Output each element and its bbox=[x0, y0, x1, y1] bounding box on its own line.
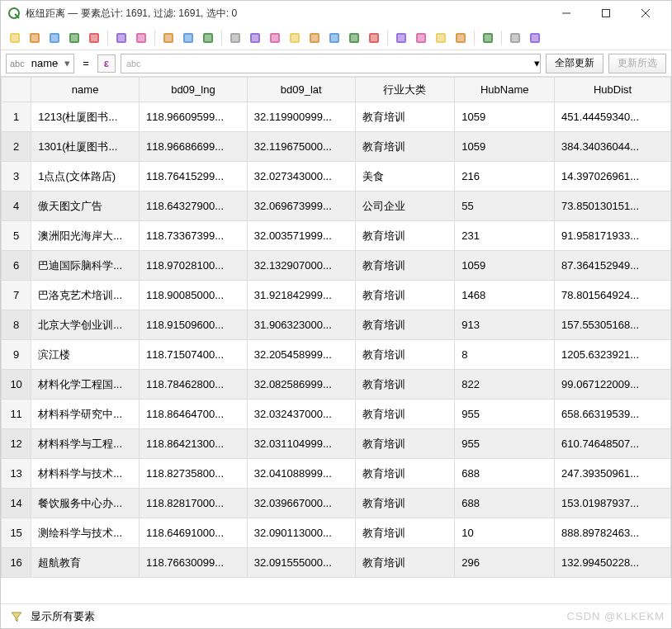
cell-hubname[interactable]: 1059 bbox=[455, 251, 555, 281]
cell-hubdist[interactable]: 99.067122009... bbox=[555, 370, 671, 400]
minimize-button[interactable] bbox=[547, 2, 585, 25]
organize-columns-icon[interactable] bbox=[432, 29, 450, 47]
delete-field-icon[interactable] bbox=[412, 29, 430, 47]
cell-name[interactable]: 傲天图文广告 bbox=[31, 192, 140, 221]
cell-lat[interactable]: 32.032437000... bbox=[247, 400, 355, 429]
cell-name[interactable]: 超航教育 bbox=[31, 548, 140, 578]
table-row[interactable]: 9 滨江楼 118.71507400... 32.205458999... 教育… bbox=[2, 340, 671, 370]
cell-hubname[interactable]: 955 bbox=[455, 429, 555, 459]
table-row[interactable]: 10 材料化学工程国... 118.78462800... 32.0825869… bbox=[2, 370, 671, 400]
dock-icon[interactable] bbox=[506, 29, 524, 47]
row-header[interactable]: 1 bbox=[2, 102, 31, 132]
cell-lng[interactable]: 118.97028100... bbox=[140, 251, 248, 281]
cell-hubdist[interactable]: 384.34036044... bbox=[555, 132, 671, 162]
row-header[interactable]: 8 bbox=[2, 310, 31, 340]
cell-hubdist[interactable]: 247.39350961... bbox=[555, 459, 671, 489]
cell-hubdist[interactable]: 73.850130151... bbox=[555, 192, 671, 221]
delete-row-icon[interactable] bbox=[132, 29, 150, 47]
row-header[interactable]: 9 bbox=[2, 340, 31, 370]
cell-hubdist[interactable]: 14.397026961... bbox=[555, 162, 671, 192]
actions-icon[interactable] bbox=[526, 29, 544, 47]
cell-name[interactable]: 滨江楼 bbox=[31, 340, 140, 370]
cell-lng[interactable]: 118.96609599... bbox=[140, 102, 248, 132]
maximize-button[interactable] bbox=[587, 2, 625, 25]
cell-name[interactable]: 巴洛克艺术培训... bbox=[31, 281, 140, 310]
refresh-icon[interactable] bbox=[85, 29, 103, 47]
cell-hubname[interactable]: 688 bbox=[455, 489, 555, 518]
cell-category[interactable]: 教育培训 bbox=[355, 518, 455, 548]
cell-category[interactable]: 教育培训 bbox=[355, 429, 455, 459]
select-all-icon[interactable] bbox=[246, 29, 264, 47]
cell-hubdist[interactable]: 451.44459340... bbox=[555, 102, 671, 132]
table-row[interactable]: 4 傲天图文广告 118.64327900... 32.069673999...… bbox=[2, 192, 671, 221]
cell-lat[interactable]: 32.031104999... bbox=[247, 429, 355, 459]
cell-category[interactable]: 教育培训 bbox=[355, 132, 455, 162]
row-header[interactable]: 5 bbox=[2, 221, 31, 251]
cell-hubdist[interactable]: 157.55305168... bbox=[555, 310, 671, 340]
table-row[interactable]: 3 1点点(文体路店) 118.76415299... 32.027343000… bbox=[2, 162, 671, 192]
cell-hubname[interactable]: 1468 bbox=[455, 281, 555, 310]
conditional-format-icon[interactable] bbox=[479, 29, 497, 47]
cell-lng[interactable]: 118.76630099... bbox=[140, 548, 248, 578]
cell-hubdist[interactable]: 153.01987937... bbox=[555, 489, 671, 518]
row-header[interactable]: 15 bbox=[2, 518, 31, 548]
copy-icon[interactable] bbox=[179, 29, 197, 47]
pan-to-icon[interactable] bbox=[345, 29, 363, 47]
col-header[interactable]: bd09_lat bbox=[247, 78, 355, 102]
cell-hubname[interactable]: 955 bbox=[455, 400, 555, 429]
corner-header[interactable] bbox=[2, 78, 31, 102]
col-header[interactable]: HubName bbox=[455, 78, 555, 102]
cell-lng[interactable]: 118.91509600... bbox=[140, 310, 248, 340]
row-header[interactable]: 3 bbox=[2, 162, 31, 192]
cell-lat[interactable]: 31.906323000... bbox=[247, 310, 355, 340]
table-row[interactable]: 15 测绘科学与技术... 118.64691000... 32.0901130… bbox=[2, 518, 671, 548]
cell-category[interactable]: 教育培训 bbox=[355, 548, 455, 578]
col-header[interactable]: HubDist bbox=[555, 78, 671, 102]
cell-lng[interactable]: 118.86464700... bbox=[140, 400, 248, 429]
cell-lat[interactable]: 32.027343000... bbox=[247, 162, 355, 192]
cell-category[interactable]: 美食 bbox=[355, 162, 455, 192]
cell-lng[interactable]: 118.73367399... bbox=[140, 221, 248, 251]
expression-select-icon[interactable] bbox=[226, 29, 244, 47]
paste-icon[interactable] bbox=[199, 29, 217, 47]
cell-name[interactable]: 材料科学与技术... bbox=[31, 459, 140, 489]
cell-category[interactable]: 教育培训 bbox=[355, 400, 455, 429]
table-row[interactable]: 12 材料科学与工程... 118.86421300... 32.0311049… bbox=[2, 429, 671, 459]
cell-hubname[interactable]: 55 bbox=[455, 192, 555, 221]
cell-category[interactable]: 教育培训 bbox=[355, 251, 455, 281]
table-row[interactable]: 7 巴洛克艺术培训... 118.90085000... 31.92184299… bbox=[2, 281, 671, 310]
cell-hubname[interactable]: 10 bbox=[455, 518, 555, 548]
cell-hubname[interactable]: 913 bbox=[455, 310, 555, 340]
cell-lat[interactable]: 32.082586999... bbox=[247, 370, 355, 400]
cell-lng[interactable]: 118.96686699... bbox=[140, 132, 248, 162]
expression-button[interactable]: ε bbox=[97, 54, 116, 73]
invert-select-icon[interactable] bbox=[266, 29, 284, 47]
cell-category[interactable]: 教育培训 bbox=[355, 370, 455, 400]
cell-hubname[interactable]: 296 bbox=[455, 548, 555, 578]
cell-name[interactable]: 材料化学工程国... bbox=[31, 370, 140, 400]
cell-name[interactable]: 巴迪国际脑科学... bbox=[31, 251, 140, 281]
row-header[interactable]: 12 bbox=[2, 429, 31, 459]
cell-lng[interactable]: 118.71507400... bbox=[140, 340, 248, 370]
table-row[interactable]: 2 1301(杜厦图书... 118.96686699... 32.119675… bbox=[2, 132, 671, 162]
cell-category[interactable]: 教育培训 bbox=[355, 221, 455, 251]
row-header[interactable]: 4 bbox=[2, 192, 31, 221]
cell-name[interactable]: 1点点(文体路店) bbox=[31, 162, 140, 192]
table-row[interactable]: 16 超航教育 118.76630099... 32.091555000... … bbox=[2, 548, 671, 578]
cell-lng[interactable]: 118.76415299... bbox=[140, 162, 248, 192]
cell-lng[interactable]: 118.64691000... bbox=[140, 518, 248, 548]
row-header[interactable]: 2 bbox=[2, 132, 31, 162]
cell-lng[interactable]: 118.64327900... bbox=[140, 192, 248, 221]
cell-lat[interactable]: 32.039667000... bbox=[247, 489, 355, 518]
cell-hubname[interactable]: 1059 bbox=[455, 102, 555, 132]
new-row-icon[interactable] bbox=[112, 29, 130, 47]
move-top-icon[interactable] bbox=[325, 29, 343, 47]
cell-category[interactable]: 公司企业 bbox=[355, 192, 455, 221]
cell-lat[interactable]: 32.003571999... bbox=[247, 221, 355, 251]
cell-hubname[interactable]: 231 bbox=[455, 221, 555, 251]
row-header[interactable]: 11 bbox=[2, 400, 31, 429]
cell-name[interactable]: 材料科学研究中... bbox=[31, 400, 140, 429]
filter-icon[interactable] bbox=[7, 608, 26, 626]
cell-hubdist[interactable]: 1205.6323921... bbox=[555, 340, 671, 370]
cell-hubname[interactable]: 8 bbox=[455, 340, 555, 370]
